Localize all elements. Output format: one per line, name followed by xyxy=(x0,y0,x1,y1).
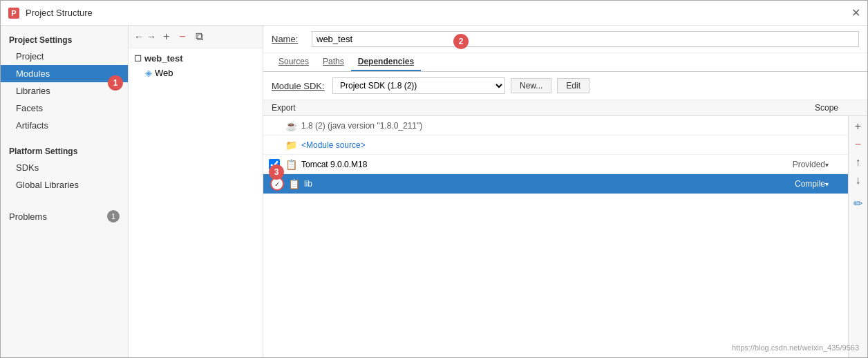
dep-row-module-source[interactable]: 📁 <Module source> xyxy=(263,135,848,155)
name-row: Name: xyxy=(263,26,867,53)
sdk-row: Module SDK: Project SDK (1.8 (2)) New...… xyxy=(263,72,867,100)
tree-add-button[interactable]: + xyxy=(160,30,172,44)
sidebar-item-sdks[interactable]: SDKs xyxy=(1,159,128,176)
sdk-select[interactable]: Project SDK (1.8 (2)) xyxy=(332,77,505,94)
action-edit-button[interactable]: ✏ xyxy=(851,196,866,211)
jdk-icon: ☕ xyxy=(285,120,297,131)
forward-button[interactable]: → xyxy=(147,31,156,42)
main-content: Project Settings Project Modules Librari… xyxy=(1,26,867,357)
nav-arrows: ← → xyxy=(134,31,156,42)
tree-item-web-test[interactable]: ☐ web_test xyxy=(129,51,263,66)
action-down-button[interactable]: ↓ xyxy=(851,173,866,188)
window-title: Project Structure xyxy=(26,8,93,18)
tab-dependencies[interactable]: Dependencies xyxy=(351,53,421,71)
jdk-name: 1.8 (2) (java version "1.8.0_211") xyxy=(301,121,829,131)
tree-item-web[interactable]: ◈ Web xyxy=(129,66,263,80)
scope-header: Scope xyxy=(815,103,838,113)
sidebar-item-global-libraries-label: Global Libraries xyxy=(16,180,79,190)
project-settings-heading: Project Settings xyxy=(1,30,128,48)
web-icon: ◈ xyxy=(145,68,152,78)
lib-scope: Compile▾ xyxy=(795,179,829,189)
dependencies-table: Export Scope ☕ 1.8 (2) (java version "1.… xyxy=(263,100,867,357)
module-icon: ☐ xyxy=(134,54,142,64)
dep-row-lib[interactable]: ✓ 📋 lib Compile▾ xyxy=(263,174,848,194)
watermark: https://blog.csdn.net/weixin_435/9563 xyxy=(732,343,859,352)
sidebar-item-modules-label: Modules xyxy=(16,68,50,79)
module-source-name: <Module source> xyxy=(301,140,829,150)
tree-remove-button[interactable]: − xyxy=(176,30,188,44)
name-input[interactable] xyxy=(312,31,859,47)
sidebar-item-modules[interactable]: Modules xyxy=(1,65,128,82)
right-action-panel: + − ↑ ↓ ✏ xyxy=(848,116,867,357)
tab-paths[interactable]: Paths xyxy=(316,53,351,71)
export-header: Export xyxy=(272,103,815,113)
sidebar-item-project-label: Project xyxy=(16,51,44,62)
detail-panel: Name: Sources Paths Dependencies Module … xyxy=(263,26,867,357)
action-add-button[interactable]: + xyxy=(851,119,866,134)
sidebar-item-project[interactable]: Project xyxy=(1,48,128,65)
dep-table-header: Export Scope xyxy=(263,100,867,116)
lib-icon: 📋 xyxy=(288,178,300,189)
name-label: Name: xyxy=(272,34,306,44)
problems-badge: 1 xyxy=(107,210,120,223)
detail-tabs: Sources Paths Dependencies xyxy=(263,53,867,72)
tree-copy-button[interactable]: ⧉ xyxy=(193,30,206,44)
dep-content-wrapper: ☕ 1.8 (2) (java version "1.8.0_211") 📁 <… xyxy=(263,116,867,357)
sidebar: Project Settings Project Modules Librari… xyxy=(1,26,129,357)
tree-toolbar: ← → + − ⧉ xyxy=(129,26,263,48)
tree-root-label: web_test xyxy=(144,53,183,64)
sdk-edit-button[interactable]: Edit xyxy=(557,78,589,93)
sidebar-item-artifacts-label: Artifacts xyxy=(16,120,48,131)
sidebar-item-libraries-label: Libraries xyxy=(16,86,50,96)
tomcat-name: Tomcat 9.0.0.M18 xyxy=(301,160,793,169)
action-up-button[interactable]: ↑ xyxy=(851,155,866,170)
tab-sources[interactable]: Sources xyxy=(272,53,316,71)
tomcat-checkbox[interactable] xyxy=(269,159,280,170)
title-bar: P Project Structure ✕ xyxy=(1,1,867,26)
sidebar-item-global-libraries[interactable]: Global Libraries xyxy=(1,176,128,194)
close-button[interactable]: ✕ xyxy=(851,6,860,19)
sdk-label: Module SDK: xyxy=(272,81,327,91)
lib-name: lib xyxy=(304,179,795,189)
svg-text:P: P xyxy=(11,9,16,17)
tree-panel: ← → + − ⧉ ☐ web_test ◈ Web xyxy=(129,26,263,357)
problems-row[interactable]: Problems 1 xyxy=(1,205,128,228)
action-remove-button[interactable]: − xyxy=(851,137,866,152)
back-button[interactable]: ← xyxy=(134,31,144,42)
app-icon: P xyxy=(8,7,20,19)
tree-child-label: Web xyxy=(155,68,173,78)
tomcat-scope: Provided▾ xyxy=(793,160,829,169)
dep-row-jdk[interactable]: ☕ 1.8 (2) (java version "1.8.0_211") xyxy=(263,116,848,135)
sidebar-item-facets-label: Facets xyxy=(16,103,43,113)
sidebar-item-facets[interactable]: Facets xyxy=(1,100,128,117)
dep-row-tomcat[interactable]: 📋 Tomcat 9.0.0.M18 Provided▾ xyxy=(263,155,848,174)
sidebar-item-libraries[interactable]: Libraries xyxy=(1,82,128,100)
tree-content: ☐ web_test ◈ Web xyxy=(129,48,263,357)
sdk-new-button[interactable]: New... xyxy=(511,78,551,93)
lib-checkbox-circle: ✓ xyxy=(270,177,284,191)
module-source-icon: 📁 xyxy=(285,140,297,151)
dep-rows-area: ☕ 1.8 (2) (java version "1.8.0_211") 📁 <… xyxy=(263,116,848,357)
sidebar-item-sdks-label: SDKs xyxy=(16,162,39,173)
platform-settings-heading: Platform Settings xyxy=(1,141,128,159)
problems-label: Problems xyxy=(9,211,107,222)
sidebar-item-artifacts[interactable]: Artifacts xyxy=(1,117,128,134)
tomcat-icon: 📋 xyxy=(285,159,297,170)
